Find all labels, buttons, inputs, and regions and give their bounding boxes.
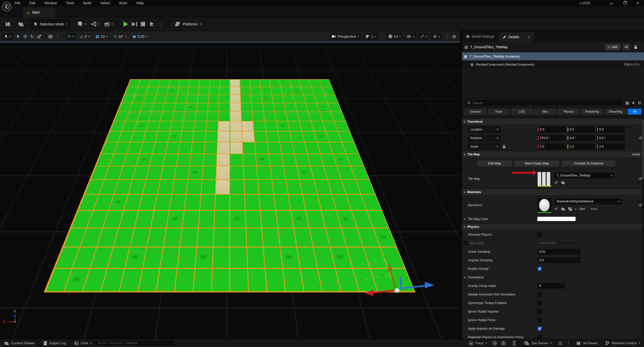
chevron-down-icon[interactable]: ▾: [111, 23, 113, 25]
snap-rotate-dropdown[interactable]: ↻▾: [66, 33, 76, 40]
scale-y-input[interactable]: 1.0: [567, 144, 595, 150]
platforms-dropdown[interactable]: Platforms ▾: [171, 20, 204, 29]
location-x-input[interactable]: 0.0: [537, 126, 566, 133]
scale-lock-icon[interactable]: [503, 145, 506, 148]
status-kebab-icon[interactable]: ⋮: [565, 339, 572, 347]
select-tool-icon[interactable]: [15, 33, 21, 40]
menu-item-edit[interactable]: Edit: [29, 1, 35, 5]
checkbox[interactable]: [537, 292, 542, 297]
filter-chip-misc[interactable]: Misc: [534, 109, 556, 115]
tree-row-render-component[interactable]: ▦ RenderComponent (RenderComponent) Edit…: [462, 60, 644, 68]
menu-item-tools[interactable]: Tools: [66, 1, 74, 5]
lit-mode-dropdown[interactable]: Lit ▾: [386, 33, 403, 40]
quad-view-icon[interactable]: ⊞: [451, 33, 457, 40]
scale-snap-control[interactable]: ▣ 0.25▾: [130, 33, 150, 40]
close-button[interactable]: ×: [636, 1, 639, 5]
gizmo-z-arrow[interactable]: [425, 282, 434, 288]
chevron-down-icon[interactable]: ▾: [98, 23, 100, 25]
add-component-button[interactable]: + Add: [605, 44, 620, 50]
convert-to-instance-button[interactable]: Convert To Instance: [561, 160, 616, 167]
tab-main-level[interactable]: ▲ Main: [23, 8, 55, 17]
tab-details[interactable]: Details ×: [499, 32, 534, 42]
selection-mode-dropdown[interactable]: Selection Mode ▾: [30, 20, 71, 29]
add-actor-icon[interactable]: +: [76, 20, 85, 28]
convert-to-blueprint-icon[interactable]: [622, 44, 630, 50]
filter-chip-actor[interactable]: Actor: [488, 109, 510, 115]
new-empty-map-button[interactable]: New Empty Map: [514, 160, 559, 167]
section-tile-map[interactable]: ▾ Tile Map Asset: [462, 151, 644, 158]
browse-to-asset-icon[interactable]: [561, 207, 565, 211]
favorites-star-icon[interactable]: ★: [632, 101, 635, 105]
viewport-settings-dropdown[interactable]: ▾: [431, 33, 442, 40]
close-tab-icon[interactable]: ×: [528, 35, 530, 39]
camera-speed-control[interactable]: 1 ▾: [363, 33, 378, 40]
display-options-icon[interactable]: ▦: [625, 101, 629, 105]
save-icon[interactable]: [4, 20, 12, 28]
material-thumbnail[interactable]: [537, 198, 551, 212]
reset-material-icon[interactable]: ↺: [639, 203, 642, 207]
rotation-y-input[interactable]: 0.0 °: [567, 135, 595, 141]
menu-item-select[interactable]: Select: [100, 1, 110, 5]
unreal-logo-icon[interactable]: U: [2, 2, 12, 11]
filter-chip-all[interactable]: All: [628, 109, 641, 115]
tilemap-asset-dropdown[interactable]: T_GroundTiles_TileMap▾: [554, 172, 614, 179]
trace-snapshot-icon[interactable]: [499, 339, 508, 347]
play-options-kebab-icon[interactable]: ⋮: [156, 20, 165, 28]
reset-tilemap-icon[interactable]: ↺: [639, 177, 642, 181]
value-input[interactable]: 0: [537, 283, 565, 289]
derived-data-icon[interactable]: [556, 339, 565, 347]
panel-scrollbar[interactable]: [642, 118, 644, 339]
gizmo-x-arrow[interactable]: [364, 290, 374, 296]
edit-in-cpp-link[interactable]: Edit in C++: [624, 62, 642, 66]
override-checkbox[interactable]: [463, 241, 467, 245]
checkbox[interactable]: [537, 309, 542, 314]
frame-skip-button[interactable]: [130, 20, 139, 28]
search-input[interactable]: [473, 101, 620, 105]
tree-row-root[interactable]: ▦ T_GroundTiles_TileMap (Instance): [462, 52, 644, 60]
transform-gizmo[interactable]: [0, 42, 460, 339]
tile-map-color-swatch[interactable]: [537, 217, 576, 221]
slot-name-input[interactable]: None: [588, 206, 616, 212]
menu-item-actor[interactable]: Actor: [119, 1, 127, 5]
filter-chip-lod[interactable]: LOD: [511, 109, 533, 115]
play-button[interactable]: [122, 20, 130, 28]
checkbox[interactable]: [537, 318, 542, 322]
gizmo-origin-handle[interactable]: [395, 288, 399, 293]
use-selected-asset-icon[interactable]: ↺: [554, 180, 558, 185]
view-mode-options-dropdown[interactable]: ▾: [418, 33, 429, 40]
browse-content-icon[interactable]: [17, 20, 25, 28]
viewport[interactable]: Y Z X: [0, 42, 460, 339]
rotation-z-input[interactable]: 0.0 °: [597, 135, 625, 141]
transform-tool-dropdown[interactable]: ▾: [2, 33, 13, 40]
rotation-dropdown[interactable]: Rotation▾: [468, 135, 501, 141]
browse-to-asset-icon[interactable]: [561, 181, 565, 185]
blueprints-icon[interactable]: [90, 20, 98, 28]
menu-item-window[interactable]: Window: [45, 1, 57, 5]
trace-dropdown[interactable]: Trace ▾: [465, 339, 491, 347]
restore-button[interactable]: [623, 1, 626, 5]
filter-chip-rendering[interactable]: Rendering: [581, 109, 603, 115]
revision-control-dropdown[interactable]: Revision Control ▾: [601, 339, 644, 347]
chevron-down-icon[interactable]: ▾: [85, 23, 86, 25]
content-drawer-button[interactable]: Content Drawer: [0, 339, 39, 347]
move-tool-icon[interactable]: [22, 33, 28, 40]
checkbox[interactable]: [537, 267, 542, 271]
rotation-snap-control[interactable]: ↻ 10°▾: [111, 33, 129, 40]
use-selected-asset-icon[interactable]: ↺: [554, 207, 558, 211]
filter-chip-physics[interactable]: Physics: [558, 109, 580, 115]
console-command-input[interactable]: [95, 340, 175, 346]
tab-world-settings[interactable]: World Settings: [462, 31, 499, 42]
scale-z-input[interactable]: 1.0: [597, 144, 625, 150]
tool-options-kebab-icon[interactable]: ⋮: [54, 33, 61, 40]
surface-snap-control[interactable]: ∠ 0▾: [78, 33, 92, 40]
checkbox[interactable]: [537, 326, 542, 331]
menu-item-file[interactable]: File: [15, 1, 20, 5]
search-box[interactable]: [464, 100, 623, 106]
filter-chip-general[interactable]: General: [464, 109, 486, 115]
value-input[interactable]: 0.0: [537, 257, 581, 263]
expander-icon[interactable]: ▸: [464, 217, 466, 221]
location-y-input[interactable]: 0.0: [567, 126, 595, 133]
rotate-tool-icon[interactable]: ↻: [29, 33, 35, 40]
settings-gear-icon[interactable]: [637, 101, 641, 105]
menu-item-build[interactable]: Build: [83, 1, 91, 5]
